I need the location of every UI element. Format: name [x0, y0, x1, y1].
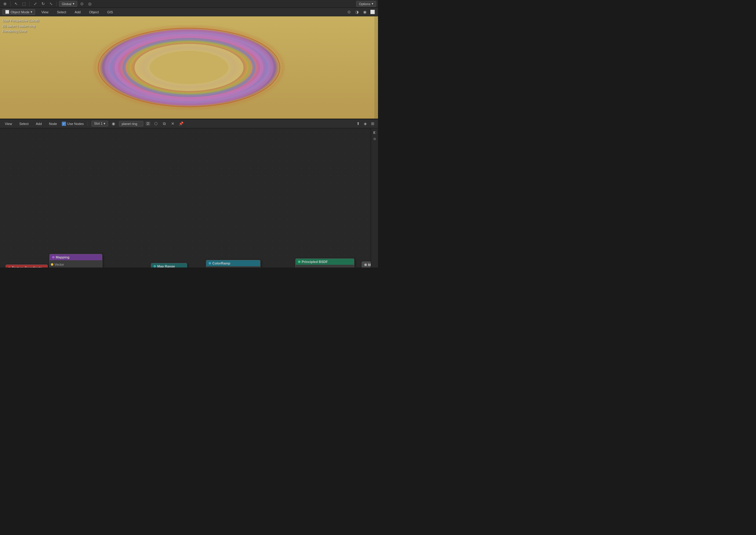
- use-nodes-checkbox[interactable]: ✓: [62, 122, 66, 126]
- transform-icon[interactable]: ⤢: [32, 1, 38, 7]
- principled-bsdf-title: Principled BSDF: [302, 260, 328, 264]
- object-mode-button[interactable]: ⬜ Object Mode ▾: [2, 9, 35, 15]
- material-users-badge: 2: [146, 122, 151, 126]
- perspective-label: User Perspective (Local): [2, 18, 39, 24]
- viewport-shading-icon[interactable]: ◑: [354, 9, 360, 15]
- texture-coordinate-node[interactable]: Texture Coordinate Generated Normal UV O…: [6, 265, 48, 268]
- right-panel-icons: ◧ ⚙: [371, 128, 378, 268]
- principled-bsdf-header[interactable]: Principled BSDF: [296, 259, 354, 265]
- mapping-body: Vector Type: Point Vector Location:: [50, 260, 102, 268]
- texture-coordinate-header[interactable]: Texture Coordinate: [6, 265, 47, 268]
- mapping-header[interactable]: Mapping: [50, 254, 102, 260]
- viewport-overlay: User Perspective (Local) (0) saturn | sa…: [2, 18, 39, 34]
- render-status: Rendering Done: [2, 29, 39, 34]
- node-dot: [52, 256, 54, 258]
- copy-icon[interactable]: ⧉: [161, 121, 167, 127]
- color-ramp-header[interactable]: ColorRamp: [206, 260, 260, 266]
- shield-icon[interactable]: ⬡: [153, 121, 159, 127]
- material-name-field[interactable]: planet ring: [119, 121, 143, 127]
- map-range-title: Map Range: [157, 265, 175, 268]
- select-menu[interactable]: Select: [54, 10, 69, 14]
- camera-sync-icon[interactable]: ⊙: [346, 9, 352, 15]
- render-icon[interactable]: ◈: [362, 121, 368, 127]
- select-box-icon[interactable]: ⬚: [21, 1, 27, 7]
- mapping-vector-input: Vector: [50, 262, 102, 268]
- node-node-menu[interactable]: Node: [46, 121, 59, 126]
- node-dot: [298, 261, 300, 263]
- global-dropdown[interactable]: Global ▾: [59, 1, 77, 7]
- gis-menu[interactable]: GIS: [105, 10, 115, 14]
- overlay-icon[interactable]: ◉: [362, 9, 368, 15]
- node-dot: [364, 264, 367, 266]
- select-cursor-icon[interactable]: ↖: [13, 1, 19, 7]
- color-ramp-title: ColorRamp: [212, 262, 230, 265]
- map-range-header[interactable]: Map Range: [151, 263, 187, 268]
- object-menu[interactable]: Object: [87, 10, 101, 14]
- svg-point-3: [150, 51, 228, 84]
- mapping-title: Mapping: [56, 255, 69, 259]
- node-dot: [209, 262, 211, 265]
- blender-logo-icon: ⊕: [2, 1, 8, 7]
- mapping-node[interactable]: Mapping Vector Type: Point Vector: [49, 254, 103, 268]
- chevron-down-icon: ▾: [73, 2, 75, 6]
- view-menu[interactable]: View: [39, 10, 51, 14]
- node-view-menu[interactable]: View: [2, 121, 15, 126]
- texture-coordinate-title: Texture Coordinate: [12, 266, 42, 268]
- header-bar: ⬜ Object Mode ▾ View Select Add Object G…: [0, 8, 378, 16]
- saturn-ring-render: [92, 25, 286, 110]
- principled-bsdf-body: BSDF GGX Christensen-Burley: [296, 265, 354, 268]
- pin-icon[interactable]: 📌: [178, 121, 184, 127]
- chevron-down-icon: ▾: [31, 10, 32, 14]
- material-sphere-icon[interactable]: ◉: [110, 121, 117, 127]
- node-tree-icon[interactable]: ⬆: [355, 121, 361, 127]
- map-range-node[interactable]: Map Range Result Linear ✓ Clamp: [151, 263, 187, 268]
- panel-tool-icon[interactable]: ◧: [372, 129, 378, 135]
- node-editor-canvas[interactable]: Texture Coordinate Generated Normal UV O…: [0, 128, 378, 268]
- top-toolbar: ⊕ ↖ ⬚ ⤢ ↻ ⤡ Global ▾ ⊙ ◎ Options ▾: [0, 0, 378, 8]
- scale-icon[interactable]: ⤡: [48, 1, 54, 7]
- bsdf-output-row: BSDF: [296, 266, 354, 268]
- xray-icon[interactable]: ⬜: [370, 9, 376, 15]
- object-mode-label: Object Mode: [11, 10, 29, 14]
- viewport-resize-handle[interactable]: [374, 16, 378, 119]
- node-connections-svg: [0, 128, 378, 268]
- panel-settings-icon[interactable]: ⚙: [372, 136, 378, 142]
- node-editor[interactable]: Texture Coordinate Generated Normal UV O…: [0, 128, 378, 268]
- mode-icon: ⬜: [5, 10, 9, 14]
- use-nodes-checkbox-group: ✓ Use Nodes: [62, 122, 84, 126]
- use-nodes-label: Use Nodes: [67, 122, 84, 126]
- node-dot: [154, 265, 156, 268]
- view-mode-icon[interactable]: ⊞: [370, 121, 376, 127]
- proportional-icon[interactable]: ◎: [87, 1, 93, 7]
- viewport[interactable]: User Perspective (Local) (0) saturn | sa…: [0, 16, 378, 119]
- close-material-icon[interactable]: ✕: [169, 121, 176, 127]
- node-editor-toolbar: View Select Add Node ✓ Use Nodes Slot 1 …: [0, 119, 378, 128]
- node-select-menu[interactable]: Select: [17, 121, 31, 126]
- node-dot: [8, 267, 11, 268]
- slot-select[interactable]: Slot 1 ▾: [91, 121, 108, 127]
- mapping-vector-in-socket[interactable]: [51, 263, 53, 266]
- object-label: (0) saturn | saturn ring: [2, 24, 39, 29]
- color-ramp-body: Color Alpha − + RGB Ease: [206, 266, 260, 268]
- principled-bsdf-node[interactable]: Principled BSDF BSDF GGX Christensen: [295, 258, 354, 268]
- node-add-menu[interactable]: Add: [33, 121, 44, 126]
- global-label: Global: [62, 2, 72, 6]
- rotate-icon[interactable]: ↻: [40, 1, 46, 7]
- options-dropdown[interactable]: Options ▾: [356, 1, 376, 7]
- chevron-down-icon: ▾: [372, 2, 374, 6]
- color-ramp-node[interactable]: ColorRamp Color Alpha − + RGB: [206, 260, 260, 268]
- add-menu[interactable]: Add: [73, 10, 83, 14]
- options-label: Options: [359, 2, 371, 6]
- magnet-icon[interactable]: ⊙: [79, 1, 85, 7]
